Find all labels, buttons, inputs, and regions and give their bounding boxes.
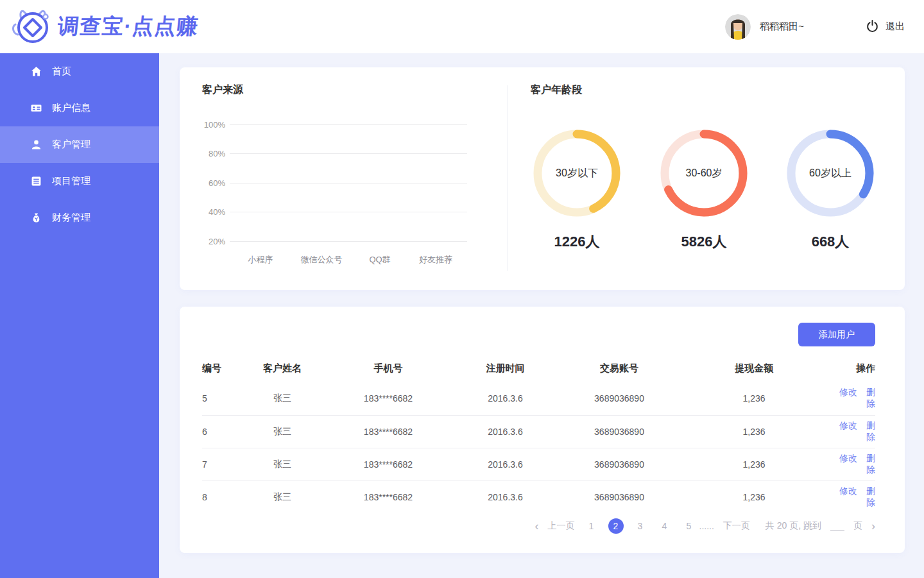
sidebar-item-label: 账户信息 bbox=[52, 102, 90, 114]
sidebar: 首页 账户信息 客户管理 项目管理 财务管理 bbox=[0, 53, 159, 578]
prev-page-button[interactable]: 上一页 bbox=[548, 520, 575, 532]
prev-page-arrow[interactable]: ‹ bbox=[535, 520, 539, 532]
cell-reg-date: 2016.3.6 bbox=[452, 448, 558, 480]
delete-link[interactable]: 删除 bbox=[866, 486, 875, 507]
x-category: 微信公众号 bbox=[301, 254, 343, 266]
y-tick: 80% bbox=[202, 149, 225, 158]
cell-phone: 183****6682 bbox=[324, 382, 452, 415]
col-header-actions: 操作 bbox=[828, 354, 875, 382]
age-ring-30-60: 30-60岁 5826人 bbox=[653, 128, 755, 251]
col-header-reg-date: 注册时间 bbox=[452, 354, 558, 382]
edit-link[interactable]: 修改 bbox=[839, 486, 857, 496]
sidebar-item-project-mgmt[interactable]: 项目管理 bbox=[0, 163, 159, 200]
cell-account: 3689036890 bbox=[558, 415, 680, 448]
page-3[interactable]: 3 bbox=[633, 518, 648, 534]
cell-name: 张三 bbox=[241, 480, 324, 513]
id-card-icon bbox=[31, 103, 42, 114]
col-header-id: 编号 bbox=[202, 354, 241, 382]
top-header: 调查宝·点点赚 稻稻稻田~ bbox=[0, 0, 924, 53]
x-category: QQ群 bbox=[369, 254, 390, 266]
edit-link[interactable]: 修改 bbox=[839, 453, 857, 463]
edit-link[interactable]: 修改 bbox=[839, 387, 857, 397]
jump-page-input[interactable] bbox=[830, 522, 844, 531]
grid-line bbox=[230, 212, 467, 212]
y-tick: 40% bbox=[202, 207, 225, 217]
add-user-button[interactable]: 添加用户 bbox=[798, 323, 875, 346]
table-header-row: 编号 客户姓名 手机号 注册时间 交易账号 提现金额 操作 bbox=[202, 354, 875, 382]
edit-link[interactable]: 修改 bbox=[839, 420, 857, 430]
ring-count: 5826人 bbox=[653, 232, 755, 251]
sidebar-item-finance-mgmt[interactable]: 财务管理 bbox=[0, 200, 159, 236]
ring-label: 60岁以上 bbox=[785, 128, 875, 218]
cell-reg-date: 2016.3.6 bbox=[452, 382, 558, 415]
avatar bbox=[725, 14, 751, 40]
sidebar-item-label: 项目管理 bbox=[52, 175, 90, 187]
logout-button[interactable]: 退出 bbox=[866, 19, 905, 35]
next-page-arrow[interactable]: › bbox=[871, 520, 875, 532]
col-header-account: 交易账号 bbox=[558, 354, 680, 382]
table-row: 8 张三 183****6682 2016.3.6 3689036890 1,2… bbox=[202, 480, 875, 513]
main-content: 客户来源 100% 80% 60% 40% 20% 小程序 微信公众号 QQ群 … bbox=[159, 53, 924, 578]
cell-name: 张三 bbox=[241, 415, 324, 448]
age-ring-over-60: 60岁以上 668人 bbox=[779, 128, 882, 251]
cell-id: 6 bbox=[202, 415, 241, 448]
customer-source-panel: 客户来源 100% 80% 60% 40% 20% 小程序 微信公众号 QQ群 … bbox=[180, 67, 508, 290]
table-row: 5 张三 183****6682 2016.3.6 3689036890 1,2… bbox=[202, 382, 875, 415]
user-icon bbox=[31, 139, 42, 150]
page-5[interactable]: 5 bbox=[681, 518, 697, 534]
grid-line bbox=[230, 153, 467, 154]
cell-account: 3689036890 bbox=[558, 480, 680, 513]
y-tick: 60% bbox=[202, 178, 225, 188]
logo: 调查宝·点点赚 bbox=[10, 6, 199, 47]
delete-link[interactable]: 删除 bbox=[866, 453, 875, 475]
col-header-name: 客户姓名 bbox=[241, 354, 324, 382]
username: 稻稻稻田~ bbox=[760, 21, 804, 33]
cell-id: 7 bbox=[202, 448, 241, 480]
pagination: ‹ 上一页 1 2 3 4 5 ...... 下一页 共 20 页, 跳到 页 … bbox=[202, 518, 875, 534]
cell-reg-date: 2016.3.6 bbox=[452, 480, 558, 513]
money-bag-icon bbox=[31, 212, 42, 223]
delete-link[interactable]: 删除 bbox=[866, 420, 875, 442]
table-row: 6 张三 183****6682 2016.3.6 3689036890 1,2… bbox=[202, 415, 875, 448]
logo-text: 调查宝·点点赚 bbox=[56, 12, 200, 41]
power-icon bbox=[866, 19, 879, 35]
grid-line bbox=[230, 124, 467, 125]
cell-id: 8 bbox=[202, 480, 241, 513]
next-page-button[interactable]: 下一页 bbox=[723, 520, 750, 532]
jump-suffix: 页 bbox=[853, 520, 862, 532]
age-ring-under-30: 30岁以下 1226人 bbox=[526, 128, 628, 251]
page-4[interactable]: 4 bbox=[657, 518, 672, 534]
logout-label: 退出 bbox=[886, 21, 905, 33]
col-header-amount: 提现金额 bbox=[680, 354, 828, 382]
customer-age-title: 客户年龄段 bbox=[531, 83, 582, 97]
sidebar-item-label: 首页 bbox=[52, 65, 71, 78]
cell-amount: 1,236 bbox=[680, 480, 828, 513]
cell-phone: 183****6682 bbox=[324, 448, 452, 480]
home-icon bbox=[31, 66, 42, 77]
cell-amount: 1,236 bbox=[680, 448, 828, 480]
cell-phone: 183****6682 bbox=[324, 480, 452, 513]
table-row: 7 张三 183****6682 2016.3.6 3689036890 1,2… bbox=[202, 448, 875, 480]
page-1[interactable]: 1 bbox=[584, 518, 599, 534]
grid-line bbox=[230, 183, 467, 183]
cell-reg-date: 2016.3.6 bbox=[452, 415, 558, 448]
charts-card: 客户来源 100% 80% 60% 40% 20% 小程序 微信公众号 QQ群 … bbox=[180, 67, 905, 290]
y-tick: 20% bbox=[202, 237, 225, 246]
x-category: 小程序 bbox=[248, 254, 273, 266]
x-category: 好友推荐 bbox=[419, 254, 452, 266]
cat-coin-logo-icon bbox=[10, 6, 54, 47]
sidebar-item-home[interactable]: 首页 bbox=[0, 53, 159, 90]
sidebar-item-account-info[interactable]: 账户信息 bbox=[0, 90, 159, 126]
y-tick: 100% bbox=[202, 120, 225, 130]
customer-source-title: 客户来源 bbox=[202, 83, 243, 97]
cell-account: 3689036890 bbox=[558, 382, 680, 415]
user-menu[interactable]: 稻稻稻田~ bbox=[725, 14, 804, 40]
cell-id: 5 bbox=[202, 382, 241, 415]
customer-age-panel: 客户年龄段 30岁以下 1226人 bbox=[508, 67, 905, 290]
ring-label: 30岁以下 bbox=[532, 128, 622, 218]
delete-link[interactable]: 删除 bbox=[866, 387, 875, 409]
customers-table: 编号 客户姓名 手机号 注册时间 交易账号 提现金额 操作 5 张三 183**… bbox=[202, 354, 875, 513]
total-pages-text: 共 20 页, 跳到 bbox=[766, 520, 821, 532]
page-2-active[interactable]: 2 bbox=[608, 518, 624, 534]
sidebar-item-customer-mgmt[interactable]: 客户管理 bbox=[0, 126, 159, 163]
